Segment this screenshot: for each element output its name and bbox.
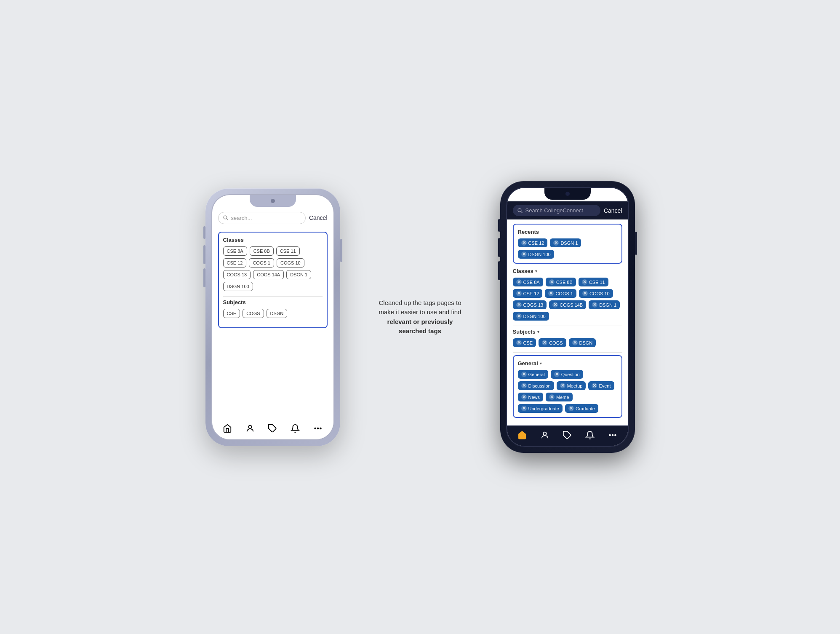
general-header-row: General ▾ [518,360,617,366]
svg-point-13 [615,435,616,436]
dark-search-input-container[interactable]: Search CollegeConnect [513,205,600,216]
subjects-chevron[interactable]: ▾ [537,329,539,334]
dark-cancel-button[interactable]: Cancel [604,207,622,214]
left-phone-screen: search... Cancel Classes CSE 8A CSE 8B [211,194,334,440]
content-area: Classes CSE 8A CSE 8B CSE 11 CSE 12 COGS… [212,227,333,419]
scene: search... Cancel Classes CSE 8A CSE 8B [168,181,673,453]
tag-cogs[interactable]: COGS [243,309,264,318]
dark-nav-home[interactable] [517,430,527,440]
tag-cogs10[interactable]: COGS 10 [277,258,304,268]
tag-general[interactable]: ✕General [518,370,548,379]
dark-classes-tags: ✕CSE 8A ✕CSE 8B ✕CSE 11 ✕CSE 12 ✕COGS 1 … [513,278,622,321]
svg-point-11 [609,435,611,436]
remove-icon[interactable]: ✕ [521,240,527,246]
svg-point-6 [320,428,321,429]
camera-dark [565,192,570,196]
tag-d-cse8a[interactable]: ✕CSE 8A [513,278,543,286]
nav-home[interactable] [222,423,232,433]
volume-up-button [203,245,205,264]
dark-classes-header-row: Classes ▾ [513,268,622,274]
tag-cogs13[interactable]: COGS 13 [223,270,251,279]
dark-subjects-header-row: Subjects ▾ [513,329,622,335]
tag-recent-dsgn100[interactable]: ✕DSGN 100 [518,250,554,259]
dark-bottom-nav [507,425,628,446]
nav-bell[interactable] [290,423,300,433]
tag-dsgn1[interactable]: DSGN 1 [286,270,311,279]
svg-point-5 [317,428,318,429]
tag-dsgn100[interactable]: DSGN 100 [223,282,253,291]
tag-cse8a[interactable]: CSE 8A [223,246,247,256]
search-input-container[interactable]: search... [218,212,306,224]
notch [250,195,296,207]
tag-d-dsgn100[interactable]: ✕DSGN 100 [513,312,549,321]
tag-d-cse8b[interactable]: ✕CSE 8B [546,278,576,286]
recents-box: Recents ✕CSE 12 ✕DSGN 1 ✕DSGN 100 [513,224,622,264]
tag-recent-dsgn1[interactable]: ✕DSGN 1 [550,238,581,247]
remove-icon[interactable]: ✕ [553,240,559,246]
tag-cse8b[interactable]: CSE 8B [250,246,274,256]
tag-d-cogs1[interactable]: ✕COGS 1 [545,289,576,298]
svg-line-8 [521,211,523,213]
tag-d-cse12[interactable]: ✕CSE 12 [513,289,543,298]
dark-nav-more[interactable] [608,430,618,440]
dark-search-bar: Search CollegeConnect Cancel [507,201,628,219]
tag-cse[interactable]: CSE [223,309,240,318]
classes-subjects-box: Classes CSE 8A CSE 8B CSE 11 CSE 12 COGS… [218,232,328,328]
tag-undergraduate[interactable]: ✕Undergraduate [518,404,563,413]
camera [271,199,275,203]
tag-d-cse11[interactable]: ✕CSE 11 [579,278,608,286]
tag-d-cogs13[interactable]: ✕COGS 13 [513,300,547,309]
tag-cogs1[interactable]: COGS 1 [249,258,274,268]
power-button-right [635,232,637,255]
classes-tags: CSE 8A CSE 8B CSE 11 CSE 12 COGS 1 COGS … [223,246,323,291]
dark-classes-title: Classes [513,268,533,274]
tag-graduate[interactable]: ✕Graduate [565,404,598,413]
notch-dark [544,188,591,200]
general-chevron[interactable]: ▾ [540,361,542,366]
nav-more[interactable] [313,423,323,433]
tag-d-cogs10[interactable]: ✕COGS 10 [579,289,613,298]
dark-nav-bell[interactable] [585,430,595,440]
bottom-nav [212,419,333,439]
subjects-tags: CSE COGS DSGN [223,309,323,318]
cancel-button[interactable]: Cancel [309,214,328,221]
tag-d-cogs[interactable]: ✕COGS [539,338,566,347]
dark-nav-person[interactable] [540,430,550,440]
recents-tags: ✕CSE 12 ✕DSGN 1 ✕DSGN 100 [518,238,617,259]
nav-person[interactable] [245,423,255,433]
subjects-section-title: Subjects [223,299,323,305]
dark-search-icon [517,208,523,214]
svg-point-0 [224,216,227,219]
tag-d-dsgn[interactable]: ✕DSGN [569,338,596,347]
right-phone-screen: Search CollegeConnect Cancel Recents ✕CS… [506,187,629,447]
volume-up-right [498,238,500,257]
silent-switch [203,226,205,239]
divider [223,296,323,297]
classes-chevron[interactable]: ▾ [535,269,537,273]
tag-meme[interactable]: ✕Meme [546,393,573,401]
nav-tag[interactable] [267,423,277,433]
tag-cse12[interactable]: CSE 12 [223,258,247,268]
tag-d-cogs14b[interactable]: ✕COGS 14B [549,300,586,309]
tag-meetup[interactable]: ✕Meetup [557,381,586,390]
tag-event[interactable]: ✕Event [588,381,614,390]
right-phone: Search CollegeConnect Cancel Recents ✕CS… [500,181,635,453]
dark-phone-content: Search CollegeConnect Cancel Recents ✕CS… [507,188,628,446]
dark-subjects-title: Subjects [513,329,536,335]
remove-icon[interactable]: ✕ [521,251,527,257]
tag-cogs14a[interactable]: COGS 14A [253,270,284,279]
dark-nav-tag[interactable] [562,430,572,440]
tag-recent-cse12[interactable]: ✕CSE 12 [518,238,548,247]
tag-discussion[interactable]: ✕Discussion [518,381,554,390]
search-placeholder: search... [231,215,252,221]
divider2 [513,326,622,326]
general-box: General ▾ ✕General ✕Question ✕Discussion… [513,355,622,418]
tag-d-dsgn1[interactable]: ✕DSGN 1 [589,300,620,309]
tag-question[interactable]: ✕Question [551,370,583,379]
screen-content: search... Cancel Classes CSE 8A CSE 8B [212,195,333,439]
tag-d-cse[interactable]: ✕CSE [513,338,536,347]
tag-dsgn[interactable]: DSGN [267,309,288,318]
dark-subjects-section: Subjects ▾ ✕CSE ✕COGS ✕DSGN [513,329,622,347]
tag-news[interactable]: ✕News [518,393,544,401]
tag-cse11[interactable]: CSE 11 [276,246,300,256]
